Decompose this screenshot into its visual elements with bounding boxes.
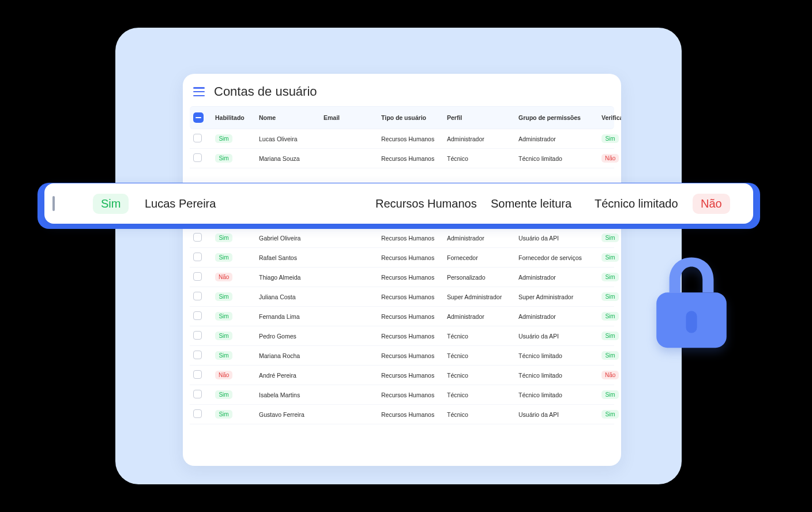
table-row[interactable]: SimRafael SantosRecursos HumanosForneced… xyxy=(190,248,614,268)
cell-perfil: Técnico xyxy=(447,411,516,418)
row-checkbox[interactable] xyxy=(193,153,202,162)
row-checkbox[interactable] xyxy=(193,311,202,320)
verificado-badge: Sim xyxy=(602,234,619,242)
cell-grupo: Usuário da API xyxy=(518,235,599,242)
cell-grupo: Técnico limitado xyxy=(518,391,599,398)
menu-icon[interactable] xyxy=(193,87,206,96)
users-table: Habilitado Nome Email Tipo de usuário Pe… xyxy=(183,106,621,424)
cell-tipo: Recursos Humanos xyxy=(381,135,445,142)
cell-grupo: Técnico limitado xyxy=(518,372,599,379)
col-nome[interactable]: Nome xyxy=(259,114,321,121)
cell-tipo: Recursos Humanos xyxy=(381,293,445,300)
verificado-badge: Não xyxy=(602,154,619,163)
page-title: Contas de usuário xyxy=(214,84,317,99)
col-verificado[interactable]: Verificado xyxy=(602,114,621,121)
verificado-badge: Sim xyxy=(602,351,619,360)
col-grupo[interactable]: Grupo de permissões xyxy=(518,114,599,121)
cell-nome: Gabriel Oliveira xyxy=(259,235,321,242)
col-perfil[interactable]: Perfil xyxy=(447,114,516,121)
row-checkbox[interactable] xyxy=(193,292,202,300)
cell-perfil: Técnico xyxy=(447,333,516,340)
cell-perfil: Super Administrador xyxy=(447,293,516,300)
cell-tipo: Recursos Humanos xyxy=(381,254,445,261)
verificado-badge: Sim xyxy=(602,253,619,262)
col-email[interactable]: Email xyxy=(324,114,379,121)
lock-icon xyxy=(645,253,738,356)
cell-tipo: Recursos Humanos xyxy=(381,352,445,359)
table-row[interactable]: SimMariana SouzaRecursos HumanosTécnicoT… xyxy=(190,149,614,168)
table-row[interactable]: SimPedro GomesRecursos HumanosTécnicoUsu… xyxy=(190,326,614,346)
cell-tipo: Recursos Humanos xyxy=(381,372,445,379)
table-row[interactable]: SimLucas OliveiraRecursos HumanosAdminis… xyxy=(190,129,614,149)
select-all-checkbox[interactable] xyxy=(193,112,204,123)
cell-grupo: Usuário da API xyxy=(518,333,599,340)
col-tipo[interactable]: Tipo de usuário xyxy=(381,114,445,121)
cell-tipo: Recursos Humanos xyxy=(381,235,445,242)
app-header: Contas de usuário xyxy=(183,74,621,106)
cell-grupo: Administrador xyxy=(518,274,599,281)
cell-nome: Mariana Souza xyxy=(259,155,321,162)
habilitado-badge: Sim xyxy=(215,390,232,399)
table-row[interactable]: SimJuliana CostaRecursos HumanosSuper Ad… xyxy=(190,287,614,307)
verificado-badge: Sim xyxy=(602,134,619,143)
cell-perfil: Fornecedor xyxy=(447,254,516,261)
cell-nome: Lucas Oliveira xyxy=(259,135,321,142)
row-checkbox[interactable] xyxy=(193,390,202,398)
row-checkbox[interactable] xyxy=(193,370,202,379)
cell-nome: Rafael Santos xyxy=(259,254,321,261)
table-row[interactable]: NãoThiago AlmeidaRecursos HumanosPersona… xyxy=(190,268,614,287)
verificado-badge: Não xyxy=(602,371,619,379)
col-habilitado[interactable]: Habilitado xyxy=(215,114,257,121)
cell-perfil: Personalizado xyxy=(447,274,516,281)
row-checkbox[interactable] xyxy=(193,409,202,418)
cell-nome: Fernanda Lima xyxy=(259,313,321,320)
cell-tipo: Recursos Humanos xyxy=(381,333,445,340)
verificado-badge: Sim xyxy=(602,332,619,340)
row-checkbox[interactable] xyxy=(193,253,202,261)
habilitado-badge: Não xyxy=(215,273,232,281)
cell-tipo: Recursos Humanos xyxy=(375,197,491,210)
cell-perfil: Administrador xyxy=(447,235,516,242)
cell-perfil: Administrador xyxy=(447,135,516,142)
row-checkbox[interactable] xyxy=(193,134,202,142)
verificado-badge: Não xyxy=(693,194,730,214)
cell-grupo: Administrador xyxy=(518,135,599,142)
row-checkbox[interactable] xyxy=(193,331,202,340)
table-row[interactable]: SimFernanda LimaRecursos HumanosAdminist… xyxy=(190,307,614,326)
cell-nome: Isabela Martins xyxy=(259,391,321,398)
habilitado-badge: Sim xyxy=(215,154,232,163)
cell-nome: Thiago Almeida xyxy=(259,274,321,281)
row-checkbox[interactable] xyxy=(193,351,202,359)
table-row[interactable]: SimGabriel OliveiraRecursos HumanosAdmin… xyxy=(190,228,614,248)
verificado-badge: Sim xyxy=(602,312,619,321)
cell-perfil: Técnico xyxy=(447,352,516,359)
table-row[interactable]: SimIsabela MartinsRecursos HumanosTécnic… xyxy=(190,385,614,405)
table-row[interactable]: SimMariana RochaRecursos HumanosTécnicoT… xyxy=(190,346,614,366)
table-row[interactable]: SimGustavo FerreiraRecursos HumanosTécni… xyxy=(190,405,614,424)
habilitado-badge: Sim xyxy=(93,194,129,214)
cell-grupo: Técnico limitado xyxy=(595,197,693,210)
table-header-row: Habilitado Nome Email Tipo de usuário Pe… xyxy=(190,106,614,129)
row-checkbox[interactable] xyxy=(193,233,202,242)
cell-perfil: Administrador xyxy=(447,313,516,320)
table-row[interactable]: NãoAndré PereiraRecursos HumanosTécnicoT… xyxy=(190,366,614,385)
cell-perfil: Técnico xyxy=(447,155,516,162)
cell-nome: Juliana Costa xyxy=(259,293,321,300)
row-checkbox[interactable] xyxy=(52,196,55,211)
cell-nome: Mariana Rocha xyxy=(259,352,321,359)
cell-tipo: Recursos Humanos xyxy=(381,155,445,162)
habilitado-badge: Sim xyxy=(215,234,232,242)
svg-rect-1 xyxy=(686,311,697,333)
cell-grupo: Técnico limitado xyxy=(518,155,599,162)
highlight-row[interactable]: Sim Lucas Pereira Recursos Humanos Somen… xyxy=(44,183,753,224)
habilitado-badge: Sim xyxy=(215,351,232,360)
habilitado-badge: Não xyxy=(215,371,232,379)
cell-perfil: Técnico xyxy=(447,372,516,379)
habilitado-badge: Sim xyxy=(215,332,232,340)
verificado-badge: Sim xyxy=(602,390,619,399)
cell-perfil: Técnico xyxy=(447,391,516,398)
row-checkbox[interactable] xyxy=(193,272,202,281)
cell-grupo: Administrador xyxy=(518,313,599,320)
cell-grupo: Super Administrador xyxy=(518,293,599,300)
cell-nome: Pedro Gomes xyxy=(259,333,321,340)
